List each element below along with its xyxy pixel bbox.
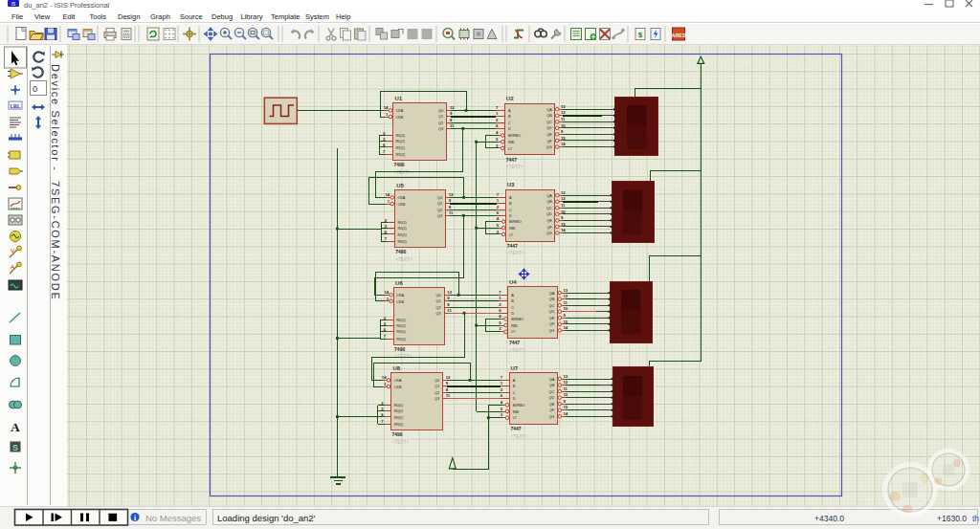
svg-text:13: 13 — [561, 190, 566, 195]
svg-text:QC: QC — [546, 121, 552, 124]
svg-text:du_an2 - ISIS Professional: du_an2 - ISIS Professional — [24, 1, 110, 10]
svg-text:BI/RBO: BI/RBO — [511, 318, 523, 321]
svg-text:Q0: Q0 — [438, 109, 443, 113]
svg-text:Q0: Q0 — [434, 379, 439, 383]
svg-text:D: D — [508, 127, 511, 131]
svg-text:0: 0 — [33, 84, 37, 94]
svg-text:QG: QG — [548, 415, 554, 419]
svg-text:CKB: CKB — [397, 203, 405, 207]
svg-text:CKA: CKA — [397, 196, 405, 200]
svg-text:QE: QE — [549, 403, 555, 407]
svg-text:11: 11 — [450, 123, 455, 128]
svg-text:15: 15 — [561, 222, 566, 227]
svg-text:11: 11 — [447, 308, 452, 313]
svg-text:U5: U5 — [396, 183, 404, 188]
svg-text:Q2: Q2 — [438, 121, 443, 125]
svg-text:RBI: RBI — [508, 141, 514, 144]
svg-text:13: 13 — [564, 374, 568, 379]
svg-text:D: D — [511, 312, 514, 316]
svg-text:QD: QD — [549, 396, 555, 400]
svg-text:S: S — [12, 443, 18, 452]
svg-text:11: 11 — [561, 203, 566, 208]
svg-text:QE: QE — [549, 317, 555, 320]
svg-text:<TEXT>: <TEXT> — [511, 434, 528, 439]
svg-text:U1: U1 — [394, 96, 402, 101]
svg-text:Q0: Q0 — [437, 196, 442, 200]
svg-text:10: 10 — [561, 209, 566, 214]
svg-text:R9(1): R9(1) — [396, 330, 406, 334]
svg-text:R0(2): R0(2) — [397, 227, 407, 231]
svg-text:QA: QA — [546, 108, 552, 112]
svg-text:7490: 7490 — [395, 249, 406, 254]
svg-text:<TEXT>: <TEXT> — [507, 251, 524, 255]
svg-text:A: A — [11, 264, 14, 270]
svg-text:QG: QG — [546, 145, 552, 149]
svg-text:QF: QF — [546, 140, 552, 143]
svg-text:A: A — [509, 196, 512, 200]
svg-text:C: C — [511, 306, 514, 310]
svg-text:11: 11 — [561, 117, 566, 121]
svg-text:Q3: Q3 — [436, 312, 441, 316]
svg-text:14: 14 — [564, 411, 568, 416]
svg-text:CKB: CKB — [396, 300, 404, 304]
svg-text:QA: QA — [549, 292, 555, 296]
svg-text:14: 14 — [561, 228, 566, 232]
svg-text:10: 10 — [564, 306, 568, 311]
svg-text:QC: QC — [549, 390, 555, 394]
svg-text:QF: QF — [549, 322, 555, 326]
svg-text:<TEXT>: <TEXT> — [395, 257, 412, 262]
svg-text:QB: QB — [549, 298, 555, 301]
svg-text:15: 15 — [564, 405, 568, 409]
svg-text:12: 12 — [564, 294, 568, 298]
svg-text:7490: 7490 — [392, 431, 403, 437]
svg-text:10: 10 — [561, 123, 566, 128]
svg-text:LT: LT — [508, 147, 513, 151]
svg-text:U8: U8 — [393, 365, 401, 371]
svg-text:R9(1): R9(1) — [396, 146, 406, 150]
svg-text:BI/RBO: BI/RBO — [509, 220, 522, 224]
svg-text:11: 11 — [449, 210, 454, 215]
svg-text:QD: QD — [546, 126, 552, 130]
svg-text:QF: QF — [547, 226, 553, 230]
svg-text:Q1: Q1 — [434, 385, 439, 388]
svg-text:BI/RBO: BI/RBO — [513, 404, 525, 408]
svg-text:QD: QD — [549, 310, 555, 314]
svg-text:ARES: ARES — [672, 33, 686, 38]
svg-text:<TEXT>: <TEXT> — [393, 170, 411, 175]
svg-text:Q1: Q1 — [437, 202, 442, 206]
svg-text:12: 12 — [449, 192, 454, 197]
svg-text:Q1: Q1 — [436, 299, 441, 303]
svg-text:$: $ — [638, 31, 643, 39]
svg-text:R9(1): R9(1) — [397, 233, 407, 237]
svg-text:CKB: CKB — [394, 386, 402, 389]
svg-text:Q2: Q2 — [436, 306, 441, 310]
svg-text:R0(2): R0(2) — [394, 409, 404, 413]
svg-text:U4: U4 — [509, 279, 517, 285]
svg-text:Q0: Q0 — [436, 294, 441, 298]
svg-text:RBI: RBI — [509, 227, 515, 231]
svg-text:Q3: Q3 — [437, 214, 442, 218]
svg-text:R9(2): R9(2) — [396, 153, 406, 157]
svg-text:LT: LT — [511, 330, 516, 334]
svg-text:R0(1): R0(1) — [397, 221, 407, 225]
svg-text:7490: 7490 — [394, 346, 405, 352]
svg-text:QB: QB — [546, 200, 552, 204]
svg-text:14: 14 — [384, 105, 389, 110]
svg-text:RBI: RBI — [513, 410, 519, 414]
svg-text:Q2: Q2 — [434, 391, 439, 395]
svg-text:15: 15 — [561, 136, 566, 141]
svg-text:<TEXT>: <TEXT> — [509, 348, 526, 353]
svg-text:QB: QB — [546, 114, 552, 118]
svg-text:15: 15 — [564, 320, 568, 324]
svg-text:Q1: Q1 — [438, 115, 443, 119]
svg-text:CKA: CKA — [394, 379, 402, 383]
svg-text:R0(1): R0(1) — [396, 134, 406, 138]
svg-text:CKA: CKA — [396, 109, 404, 113]
svg-text:QA: QA — [546, 194, 552, 198]
svg-text:11: 11 — [446, 393, 451, 398]
svg-text:A: A — [11, 420, 20, 434]
svg-text:QA: QA — [549, 378, 555, 382]
svg-text:R0(2): R0(2) — [396, 140, 406, 143]
svg-text:11: 11 — [564, 386, 568, 391]
svg-text:14: 14 — [386, 192, 390, 197]
